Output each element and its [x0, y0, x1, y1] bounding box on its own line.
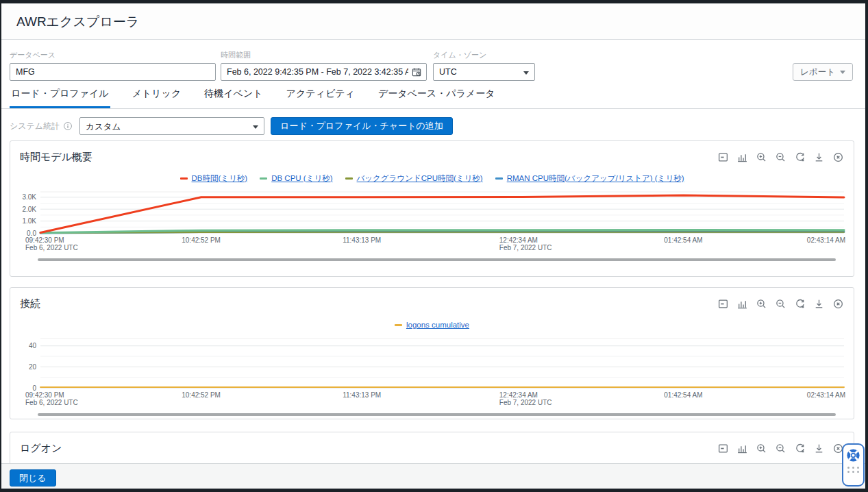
timezone-field-group: タイム・ゾーン UTC [433, 40, 535, 86]
info-icon[interactable] [63, 121, 73, 131]
legend-item[interactable]: DB CPU (ミリ秒) [260, 173, 332, 184]
svg-text:10:42:52 PM: 10:42:52 PM [182, 391, 221, 399]
chart-scrollbar[interactable] [38, 413, 836, 416]
card-header: 接続 [20, 296, 844, 311]
svg-text:0.0: 0.0 [27, 230, 36, 237]
zoom-in-icon[interactable] [756, 151, 767, 163]
tab-activity[interactable]: アクティビティ [285, 86, 356, 108]
timezone-value: UTC [439, 67, 457, 77]
close-button[interactable]: 閉じる [10, 469, 56, 487]
svg-text:20: 20 [29, 363, 37, 371]
awr-explorer-window: AWRエクスプローラ データベース 時間範囲 タイム・ゾーン UTC レポート … [1, 3, 865, 489]
svg-text:3.0K: 3.0K [22, 193, 36, 201]
system-stats-label: システム統計 [10, 121, 60, 132]
time-model-line-chart[interactable]: 3.0K2.0K1.0K0.009:42:30 PMFeb 6, 2022 UT… [20, 188, 845, 255]
drag-dots-icon[interactable] [847, 467, 859, 473]
legend-item[interactable]: DB時間(ミリ秒) [180, 173, 248, 184]
legend-series-link[interactable]: バックグラウンドCPU時間(ミリ秒) [357, 173, 483, 184]
download-icon[interactable] [813, 443, 825, 454]
card-header: ログオン [20, 441, 844, 456]
chart-title: ログオン [20, 442, 62, 455]
filter-bar: データベース 時間範囲 タイム・ゾーン UTC レポート [1, 40, 865, 86]
legend-swatch-icon [260, 177, 267, 180]
svg-text:Feb 6, 2022 UTC: Feb 6, 2022 UTC [25, 399, 78, 406]
svg-text:02:43:14 AM: 02:43:14 AM [807, 391, 845, 399]
database-label: データベース [10, 50, 55, 60]
tab-load-profile[interactable]: ロード・プロファイル [10, 86, 110, 108]
bar-chart-icon[interactable] [736, 298, 748, 310]
legend-item[interactable]: RMAN CPU時間(バックアップ/リストア) (ミリ秒) [495, 173, 684, 184]
svg-text:2.0K: 2.0K [22, 206, 36, 213]
chart-scrollbar[interactable] [38, 258, 836, 261]
legend-series-link[interactable]: RMAN CPU時間(バックアップ/リストア) (ミリ秒) [507, 173, 684, 184]
zoom-out-icon[interactable] [775, 298, 786, 310]
legend-item[interactable]: logons cumulative [395, 321, 469, 329]
add-load-profile-chart-button[interactable]: ロード・プロファイル・チャートの追加 [271, 117, 453, 135]
chart-title: 接続 [20, 297, 40, 310]
bar-chart-icon[interactable] [736, 443, 748, 454]
zoom-out-icon[interactable] [775, 443, 786, 454]
report-button-label: レポート [800, 66, 835, 78]
page-title: AWRエクスプローラ [16, 13, 139, 31]
chart-toolbar [717, 298, 844, 310]
reset-zoom-icon[interactable] [794, 151, 806, 163]
time-range-input[interactable] [221, 63, 427, 81]
legend-series-link[interactable]: logons cumulative [406, 321, 469, 329]
chart-title: 時間モデル概要 [20, 151, 92, 164]
chart-legend: DB時間(ミリ秒)DB CPU (ミリ秒)バックグラウンドCPU時間(ミリ秒)R… [20, 173, 844, 184]
legend-swatch-icon [345, 177, 353, 180]
page-header: AWRエクスプローラ [1, 3, 865, 40]
download-icon[interactable] [813, 151, 825, 163]
timezone-select[interactable]: UTC [433, 63, 535, 81]
svg-text:01:42:54 AM: 01:42:54 AM [664, 391, 702, 399]
zoom-in-icon[interactable] [756, 443, 767, 454]
reset-zoom-icon[interactable] [794, 298, 806, 310]
chart-card-connections: 接続 logons cumulative 4020009:42:30 PMFeb… [10, 287, 854, 419]
chart-summary-icon[interactable] [717, 443, 729, 454]
database-input[interactable] [10, 63, 216, 81]
reset-zoom-icon[interactable] [794, 443, 806, 454]
bar-chart-icon[interactable] [736, 151, 748, 163]
legend-swatch-icon [180, 177, 188, 180]
legend-series-link[interactable]: DB時間(ミリ秒) [192, 173, 248, 184]
database-field-group: データベース [10, 40, 216, 86]
chart-toolbar [717, 443, 844, 454]
legend-swatch-icon [495, 177, 503, 180]
life-ring-icon[interactable] [845, 447, 861, 463]
chart-card-time-model: 時間モデル概要 DB時間(ミリ秒)DB CPU (ミリ秒)バックグラウンドCPU… [10, 140, 854, 277]
time-range-field-group: 時間範囲 [221, 40, 427, 86]
remove-chart-icon[interactable] [832, 151, 844, 163]
tab-db-parameters[interactable]: データベース・パラメータ [377, 86, 497, 108]
tab-metrics[interactable]: メトリック [131, 86, 183, 108]
chart-summary-icon[interactable] [717, 298, 729, 310]
chart-summary-icon[interactable] [717, 151, 729, 163]
svg-text:09:42:30 PM: 09:42:30 PM [25, 391, 64, 399]
system-stats-controls: システム統計 カスタム ロード・プロファイル・チャートの追加 [10, 116, 857, 136]
card-header: 時間モデル概要 [20, 149, 844, 164]
legend-item[interactable]: バックグラウンドCPU時間(ミリ秒) [345, 173, 483, 184]
report-button[interactable]: レポート [793, 63, 853, 81]
system-stats-preset-select[interactable]: カスタム [79, 117, 264, 135]
svg-text:1.0K: 1.0K [22, 217, 36, 225]
tab-wait-events[interactable]: 待機イベント [203, 86, 264, 108]
zoom-in-icon[interactable] [756, 298, 767, 310]
connections-line-chart[interactable]: 4020009:42:30 PMFeb 6, 2022 UTC10:42:52 … [20, 334, 845, 410]
chart-toolbar [717, 151, 844, 163]
svg-text:11:43:13 PM: 11:43:13 PM [343, 236, 381, 244]
chevron-down-icon [253, 125, 258, 129]
svg-text:Feb 6, 2022 UTC: Feb 6, 2022 UTC [25, 244, 78, 251]
chart-legend: logons cumulative [20, 319, 844, 330]
calendar-clock-icon[interactable] [412, 67, 422, 77]
svg-text:12:42:34 AM: 12:42:34 AM [499, 391, 538, 399]
download-icon[interactable] [813, 298, 825, 310]
help-widget[interactable] [842, 443, 865, 487]
svg-text:12:42:34 AM: 12:42:34 AM [499, 236, 538, 244]
zoom-out-icon[interactable] [775, 151, 786, 163]
svg-text:Feb 7, 2022 UTC: Feb 7, 2022 UTC [499, 244, 552, 251]
svg-text:0: 0 [32, 384, 36, 392]
timezone-label: タイム・ゾーン [433, 50, 486, 60]
legend-series-link[interactable]: DB CPU (ミリ秒) [271, 173, 332, 184]
remove-chart-icon[interactable] [832, 298, 844, 310]
svg-text:11:43:13 PM: 11:43:13 PM [343, 391, 381, 399]
footer-bar: 閉じる [1, 463, 865, 489]
